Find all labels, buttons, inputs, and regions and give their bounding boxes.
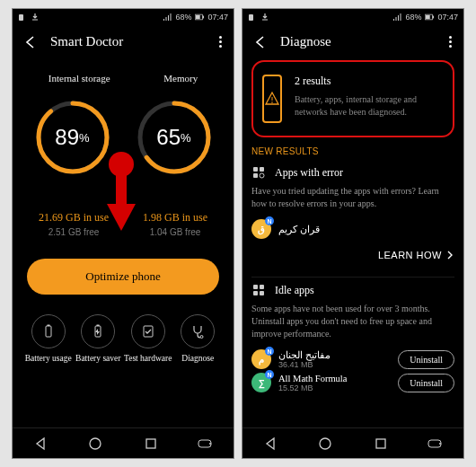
app-icon: قN: [251, 219, 271, 239]
signal-icon: [163, 13, 172, 22]
svg-point-34: [320, 438, 331, 449]
svg-rect-10: [46, 326, 51, 337]
apps-error-title: Apps with error: [275, 166, 343, 180]
memory-in-use: 1.98 GB in use: [143, 211, 207, 225]
svg-rect-32: [253, 291, 258, 295]
storage-usage: 21.69 GB in use 2.51 GB free: [39, 211, 109, 237]
learn-how-button[interactable]: LEARN HOW: [251, 250, 454, 260]
svg-rect-31: [260, 285, 264, 289]
uninstall-button[interactable]: Uninstall: [398, 374, 454, 392]
sim-icon: [18, 13, 27, 22]
svg-rect-22: [426, 15, 430, 19]
memory-usage: 1.98 GB in use 1.04 GB free: [143, 211, 207, 237]
svg-rect-9: [116, 166, 127, 209]
diagnose-screen: 68% 07:47 Diagnose 2 results Battery, ap…: [242, 8, 464, 459]
svg-rect-26: [253, 167, 258, 172]
svg-rect-33: [260, 291, 264, 295]
nav-home[interactable]: [86, 435, 104, 453]
battery-saver-icon: [91, 324, 105, 339]
idle-apps-desc: Some apps have not been used for over 3 …: [251, 303, 454, 340]
svg-rect-18: [198, 440, 211, 447]
battery-icon: [425, 13, 434, 22]
memory-label: Memory: [163, 73, 198, 84]
storage-ring: 89%: [31, 96, 114, 179]
navigation-bar: [242, 427, 463, 458]
svg-rect-13: [97, 325, 100, 327]
storage-free: 2.51 GB free: [39, 227, 109, 237]
signal-icon: [392, 13, 401, 22]
svg-rect-20: [249, 14, 253, 21]
optimize-button[interactable]: Optimize phone: [27, 259, 219, 295]
status-bar: 68% 07:47: [13, 9, 234, 25]
test-hardware-icon: [141, 324, 155, 339]
uninstall-button[interactable]: Uninstall: [398, 350, 454, 369]
svg-rect-14: [144, 326, 153, 337]
battery-saver-tool[interactable]: Battery saver: [74, 314, 122, 364]
app-size: 15.52 MB: [278, 383, 391, 392]
svg-point-15: [200, 336, 203, 339]
svg-rect-0: [19, 14, 23, 21]
app-header: Smart Doctor: [13, 25, 234, 57]
storage-in-use: 21.69 GB in use: [39, 211, 109, 225]
svg-rect-23: [433, 16, 434, 19]
status-bar: 68% 07:47: [242, 9, 463, 25]
navigation-bar: [13, 427, 234, 458]
battery-usage-tool[interactable]: Battery usage: [24, 314, 73, 364]
memory-ring: 65%: [133, 96, 216, 179]
svg-rect-30: [253, 285, 258, 289]
app-header: Diagnose: [242, 25, 463, 57]
apps-error-desc: Have you tried updating the apps with er…: [251, 185, 454, 210]
svg-point-16: [90, 438, 101, 449]
svg-rect-3: [203, 16, 204, 19]
diagnose-icon: [190, 324, 205, 339]
new-results-label: NEW RESULTS: [251, 146, 454, 156]
memory-pct: 65: [156, 125, 181, 150]
back-icon[interactable]: [253, 35, 268, 49]
results-summary-box: 2 results Battery, apps, internal storag…: [251, 60, 454, 137]
nav-recent[interactable]: [372, 435, 390, 453]
battery-percent: 68%: [405, 13, 421, 22]
clock: 07:47: [207, 13, 228, 22]
app-size: 36.41 MB: [278, 360, 391, 369]
battery-percent: 68%: [175, 13, 191, 22]
page-title: Smart Doctor: [50, 34, 207, 49]
svg-rect-35: [376, 439, 385, 448]
svg-point-25: [271, 101, 273, 103]
nav-home[interactable]: [316, 435, 334, 453]
storage-pct: 89: [55, 125, 79, 150]
app-name: مفاتيح الجنان: [278, 349, 391, 360]
idle-apps-icon: [251, 283, 266, 297]
app-icon: ∑N: [251, 373, 271, 392]
idle-app-row: مN مفاتيح الجنان 36.41 MB Uninstall: [251, 349, 454, 369]
nav-extra[interactable]: [197, 435, 215, 453]
svg-point-29: [260, 173, 264, 178]
app-icon: مN: [251, 349, 271, 369]
error-app-row[interactable]: قN قران كريم: [251, 219, 454, 239]
nav-extra[interactable]: [427, 435, 445, 453]
nav-recent[interactable]: [142, 435, 160, 453]
nav-back[interactable]: [31, 435, 49, 453]
test-hardware-tool[interactable]: Test hardware: [124, 314, 172, 364]
app-name: قران كريم: [278, 224, 454, 234]
svg-rect-27: [260, 167, 264, 172]
download-icon: [260, 13, 269, 22]
diagnose-tool[interactable]: Diagnose: [173, 314, 222, 364]
svg-point-19: [209, 443, 211, 445]
sim-icon: [248, 13, 257, 22]
more-icon[interactable]: [449, 36, 453, 48]
idle-apps-title: Idle apps: [275, 284, 314, 297]
nav-back[interactable]: [261, 435, 279, 453]
more-icon[interactable]: [219, 36, 223, 48]
device-warning-icon: [262, 75, 282, 123]
svg-rect-36: [428, 440, 441, 447]
main-content: Internal storage Memory 89% 65%: [13, 57, 234, 427]
red-arrow-annotation: [103, 150, 139, 242]
results-count: 2 results: [295, 75, 444, 88]
idle-app-row: ∑N All Math Formula 15.52 MB Uninstall: [251, 373, 454, 392]
battery-icon: [195, 13, 204, 22]
svg-point-37: [439, 443, 441, 445]
svg-rect-17: [146, 439, 155, 448]
back-icon[interactable]: [23, 35, 38, 49]
results-description: Battery, apps, internal storage and netw…: [295, 93, 444, 119]
memory-free: 1.04 GB free: [143, 227, 207, 237]
